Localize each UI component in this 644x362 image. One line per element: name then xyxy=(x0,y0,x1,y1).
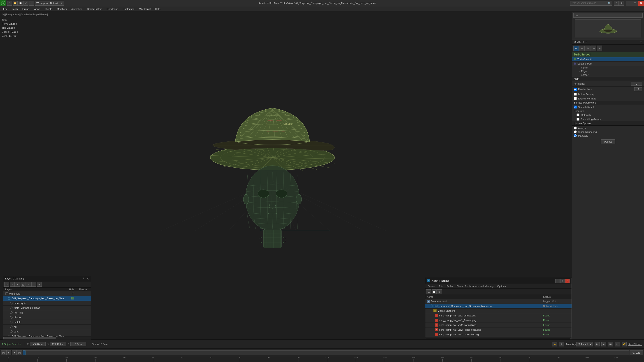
layer-item-ribbon[interactable]: ribbon xyxy=(4,315,91,320)
modifier-turbosmooth[interactable]: TurboSmooth xyxy=(572,57,644,61)
timeline-ruler[interactable]: 0102030405060708090100110120130140150160… xyxy=(0,357,644,362)
asset-minimize-btn[interactable]: ─ xyxy=(555,279,560,283)
ts-explicit-normals-check[interactable] xyxy=(574,97,577,100)
asset-menu-file[interactable]: File xyxy=(437,284,445,288)
rotate-tool-btn[interactable]: ↻ xyxy=(585,45,590,51)
asset-maps-folder[interactable]: Maps / Shaders xyxy=(425,309,572,313)
asset-tool-3[interactable]: 🗂 xyxy=(437,289,442,294)
save-btn[interactable]: 💾 xyxy=(18,1,23,6)
layer-panel-question[interactable]: ? xyxy=(83,277,84,280)
ts-smoothing-groups-check[interactable] xyxy=(576,118,580,121)
layer-item-fur-hat[interactable]: Fur_Hat xyxy=(4,310,91,315)
render-settings-btn[interactable]: ⚙ xyxy=(619,1,624,6)
layer-scrollbar[interactable] xyxy=(4,337,91,339)
layer-tool-extra[interactable]: ⊞ xyxy=(37,282,42,287)
minimize-btn[interactable]: ─ xyxy=(626,1,632,6)
menu-graph-editors[interactable]: Graph Editors xyxy=(85,7,104,11)
layer-tool-new[interactable]: □ xyxy=(4,282,9,287)
menu-rendering[interactable]: Rendering xyxy=(104,7,120,11)
key-filter-btn[interactable]: 🔑 xyxy=(622,342,626,347)
asset-menu-server[interactable]: Server xyxy=(426,284,437,288)
prev-frame-btn[interactable]: ⏮ xyxy=(615,342,620,347)
asset-drill-file[interactable]: Drill_Sergeant_Campaign_Hat_Green_on_Man… xyxy=(425,304,572,309)
ts-always-radio[interactable]: Always xyxy=(574,126,642,130)
ts-render-iters-check[interactable] xyxy=(574,88,577,91)
timeline-stop-btn[interactable]: ■ xyxy=(12,350,17,355)
menu-tools[interactable]: Tools xyxy=(10,7,20,11)
asset-menu-paths[interactable]: Paths xyxy=(445,284,454,288)
mode-select[interactable]: Selected xyxy=(576,342,593,347)
scale-tool-btn[interactable]: ⇔ xyxy=(591,45,596,51)
select-tool-btn[interactable]: ▶ xyxy=(573,45,579,51)
asset-diffuse-file[interactable]: T serg_camp_hat_var2_diffuse.png Found xyxy=(425,313,572,318)
layer-tool-down[interactable]: ↓ xyxy=(32,282,36,287)
timeline-track[interactable] xyxy=(22,350,629,355)
modifier-sub-edge[interactable]: └ Edge xyxy=(572,69,644,73)
asset-close-btn[interactable]: ✕ xyxy=(565,279,570,283)
modifier-editable-poly[interactable]: Editable Poly xyxy=(572,61,644,66)
ts-isoline-check[interactable] xyxy=(574,93,577,96)
menu-maxscript[interactable]: MAXScript xyxy=(137,7,153,11)
layer-item-strap[interactable]: strap xyxy=(4,329,91,334)
modifier-sub-vertex[interactable]: └ Vertex xyxy=(572,66,644,69)
layer-item-drill2[interactable]: Drill_Sergeant_Campaign_Hat_Green_on_Man… xyxy=(4,334,91,337)
layer-panel-close[interactable]: ✕ xyxy=(86,277,89,280)
hat-search-input[interactable] xyxy=(573,13,643,17)
open-btn[interactable]: 📂 xyxy=(13,1,18,6)
ts-render-iters-input[interactable] xyxy=(634,87,642,91)
ts-when-rendering-radio[interactable]: When Rendering xyxy=(574,130,642,134)
asset-glossiness-file[interactable]: T serg_camp_hat_var2t_glossiness.png Fou… xyxy=(425,328,572,332)
ts-smooth-result-check[interactable] xyxy=(574,106,577,108)
layer-item-0[interactable]: 0 (default) xyxy=(4,291,91,296)
menu-modifiers[interactable]: Modifiers xyxy=(54,7,69,11)
layer-item-drill[interactable]: Drill_Sergeant_Campaign_Hat_Green_on_Man… xyxy=(4,296,91,301)
layer-tool-select[interactable]: ◻ xyxy=(20,282,26,287)
snap-btn[interactable]: ⊕ xyxy=(559,342,564,347)
ts-update-button[interactable]: Update xyxy=(601,139,615,144)
menu-edit[interactable]: Edit xyxy=(1,7,10,11)
layer-tool-add[interactable]: + xyxy=(15,282,20,287)
asset-menu-options[interactable]: Options xyxy=(496,284,508,288)
asset-group-vault[interactable]: A Autodesk Vault Logged Out ... xyxy=(425,299,572,304)
timeline-next-btn[interactable]: ▶| xyxy=(17,350,22,355)
layer-tool-delete[interactable]: ✕ xyxy=(10,282,15,287)
asset-specular-file[interactable]: T serg_camp_hat_var2t_specular.png Found xyxy=(425,332,572,337)
timeline-play-btn[interactable]: ▶ xyxy=(6,350,11,355)
menu-animation[interactable]: Animation xyxy=(69,7,85,11)
layer-item-hat[interactable]: hat xyxy=(4,325,91,329)
workspace-dropdown[interactable]: Workspace: Default ▼ xyxy=(35,1,64,6)
ts-materials-check[interactable] xyxy=(576,113,580,116)
help-search-btn[interactable]: ? xyxy=(614,1,619,6)
menu-create[interactable]: Create xyxy=(42,7,54,11)
new-btn[interactable]: □ xyxy=(7,1,12,6)
timeline-thumb[interactable] xyxy=(23,351,26,355)
menu-views[interactable]: Views xyxy=(32,7,42,11)
search-input[interactable] xyxy=(571,2,608,4)
maximize-btn[interactable]: □ xyxy=(632,1,638,6)
menu-customize[interactable]: Customize xyxy=(120,7,137,11)
move-tool-btn[interactable]: ⊕ xyxy=(579,45,585,51)
layer-tool-up[interactable]: ↑ xyxy=(26,282,31,287)
layer-item-mannequin[interactable]: mannequin xyxy=(4,301,91,306)
stop-btn[interactable]: ■ xyxy=(601,342,606,347)
close-btn[interactable]: ✕ xyxy=(638,1,644,6)
lock-btn[interactable]: 🔒 xyxy=(552,342,557,347)
play-btn[interactable]: ▶ xyxy=(594,342,600,347)
ts-iterations-input[interactable] xyxy=(631,82,642,86)
x-coord-input[interactable] xyxy=(30,342,46,346)
redo-btn[interactable]: ↪ xyxy=(29,1,34,6)
asset-menu-bitmap[interactable]: Bitmap Performance and Memory xyxy=(454,284,495,288)
asset-tool-1[interactable]: ☰ xyxy=(426,289,431,294)
ts-manually-radio[interactable]: Manually xyxy=(574,134,642,138)
asset-normal-file[interactable]: T serg_camp_hat_var2_normal.png Found xyxy=(425,323,572,328)
timeline-prev-btn[interactable]: |◀ xyxy=(1,350,6,355)
next-frame-btn[interactable]: ⏭ xyxy=(608,342,613,347)
asset-tool-2[interactable]: 📋 xyxy=(432,289,436,294)
layer-item-metall[interactable]: metall xyxy=(4,320,91,325)
asset-maximize-btn[interactable]: □ xyxy=(560,279,565,283)
modifier-sub-border[interactable]: └ Border xyxy=(572,73,644,77)
y-coord-input[interactable] xyxy=(50,342,66,346)
menu-help[interactable]: Help xyxy=(153,7,163,11)
menu-group[interactable]: Group xyxy=(20,7,32,11)
layer-item-male-head[interactable]: Male_Mannequin_Head xyxy=(4,306,91,310)
